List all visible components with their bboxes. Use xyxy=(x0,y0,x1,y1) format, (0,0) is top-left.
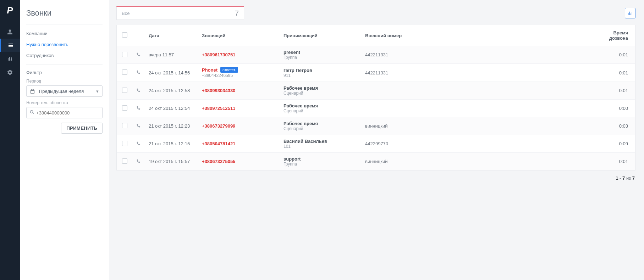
external-number xyxy=(362,100,440,117)
chevron-down-icon: ▾ xyxy=(96,89,99,94)
period-select[interactable]: Предыдущая неделя ▾ xyxy=(26,85,103,97)
caller-number[interactable]: +380961730751 xyxy=(202,52,235,57)
th-date: Дата xyxy=(145,25,198,46)
receiver-name: Рабочее время xyxy=(284,103,358,108)
cell-date: 19 окт 2015 г. 15:57 xyxy=(145,153,198,170)
external-number: 442211331 xyxy=(362,46,440,64)
phone-icon xyxy=(136,88,141,93)
th-duration: Время дозвона xyxy=(596,25,635,46)
duration: 0:01 xyxy=(596,82,635,100)
caller-name[interactable]: Phonet xyxy=(202,67,218,73)
receiver-name: Рабочее время xyxy=(284,85,358,91)
phone-input[interactable] xyxy=(36,110,99,116)
th-caller: Звонящий xyxy=(198,25,280,46)
sidebar-link-callback[interactable]: Нужно перезвонить xyxy=(26,39,103,50)
phone-icon xyxy=(136,105,141,111)
period-label: Период xyxy=(26,79,103,84)
nav-rail: P xyxy=(0,0,20,280)
row-checkbox[interactable] xyxy=(122,141,127,146)
page-title: Звонки xyxy=(26,9,103,18)
phone-label: Номер тел. абонента xyxy=(26,100,103,105)
apply-button[interactable]: ПРИМЕНИТЬ xyxy=(61,123,103,134)
receiver-sub: 101 xyxy=(284,144,358,149)
cell-date: 24 окт 2015 г. 14:56 xyxy=(145,64,198,82)
caller-number[interactable]: +380673275055 xyxy=(202,159,235,164)
nav-user-icon[interactable] xyxy=(0,25,20,39)
period-value: Предыдущая неделя xyxy=(39,89,84,94)
table-row: 21 окт 2015 г. 12:15+380504781421Василий… xyxy=(117,135,635,153)
duration: 0:00 xyxy=(596,100,635,117)
stats-button[interactable] xyxy=(625,8,635,18)
main-area: Все 7 Дата Звонящий Принимающий Внешний … xyxy=(109,0,644,280)
caller-sub: +380442246595 xyxy=(202,73,276,78)
table-row: 24 окт 2015 г. 14:56Phonetответст.+38044… xyxy=(117,64,635,82)
external-number: винницкий xyxy=(362,117,440,135)
caller-number[interactable]: +380673279099 xyxy=(202,123,235,129)
calendar-icon xyxy=(30,89,35,94)
sidebar-link-companies[interactable]: Компании xyxy=(26,28,103,39)
caller-number[interactable]: +380993034330 xyxy=(202,88,235,93)
external-number xyxy=(362,82,440,100)
receiver-name: support xyxy=(284,156,358,162)
topbar: Все 7 xyxy=(109,0,644,25)
receiver-name: Петр Петров xyxy=(284,68,358,73)
duration: 0:03 xyxy=(596,117,635,135)
phone-icon xyxy=(136,141,141,146)
row-checkbox[interactable] xyxy=(122,88,127,93)
pagination: 1 - 7 из 7 xyxy=(109,170,644,186)
nav-settings-icon[interactable] xyxy=(0,66,20,79)
th-external: Внешний номер xyxy=(362,25,440,46)
receiver-sub: Сценарий xyxy=(284,91,358,96)
nav-list-icon[interactable] xyxy=(0,39,20,52)
tab-label: Все xyxy=(122,11,130,16)
table-row: 24 окт 2015 г. 12:54+380972512511Рабочее… xyxy=(117,100,635,117)
cell-date: 21 окт 2015 г. 12:15 xyxy=(145,135,198,153)
th-receiver: Принимающий xyxy=(280,25,362,46)
cell-date: 24 окт 2015 г. 12:54 xyxy=(145,100,198,117)
external-number: 442299770 xyxy=(362,135,440,153)
table-row: 24 окт 2015 г. 12:58+380993034330Рабочее… xyxy=(117,82,635,100)
responsible-tag: ответст. xyxy=(220,67,238,73)
receiver-name: Василий Васильев xyxy=(284,139,358,144)
caller-number[interactable]: +380972512511 xyxy=(202,106,235,111)
receiver-sub: Группа xyxy=(284,55,358,60)
duration: 0:01 xyxy=(596,64,635,82)
external-number: винницкий xyxy=(362,153,440,170)
tab-count: 7 xyxy=(235,9,239,17)
table-row: вчера 11:57+380961730751presentГруппа442… xyxy=(117,46,635,64)
phone-icon xyxy=(136,69,141,75)
table-row: 21 окт 2015 г. 12:23+380673279099Рабочее… xyxy=(117,117,635,135)
external-number: 442211331 xyxy=(362,64,440,82)
row-checkbox[interactable] xyxy=(122,69,127,75)
cell-date: вчера 11:57 xyxy=(145,46,198,64)
filter-sidebar: Звонки Компании Нужно перезвонить Сотруд… xyxy=(20,0,109,280)
phone-icon xyxy=(136,52,141,57)
duration: 0:01 xyxy=(596,46,635,64)
filter-heading: Фильтр xyxy=(26,70,103,75)
receiver-sub: Сценарий xyxy=(284,126,358,131)
select-all-checkbox[interactable] xyxy=(122,32,127,38)
table-row: 19 окт 2015 г. 15:57+380673275055support… xyxy=(117,153,635,170)
sidebar-link-employees[interactable]: Сотрудников xyxy=(26,50,103,61)
receiver-name: Рабочее время xyxy=(284,121,358,126)
app-logo: P xyxy=(7,5,13,16)
duration: 0:01 xyxy=(596,153,635,170)
nav-stats-icon[interactable] xyxy=(0,52,20,66)
row-checkbox[interactable] xyxy=(122,158,127,164)
duration: 0:09 xyxy=(596,135,635,153)
cell-date: 24 окт 2015 г. 12:58 xyxy=(145,82,198,100)
caller-number[interactable]: +380504781421 xyxy=(202,141,235,146)
row-checkbox[interactable] xyxy=(122,52,127,57)
receiver-sub: Сценарий xyxy=(284,108,358,113)
calls-table: Дата Звонящий Принимающий Внешний номер … xyxy=(116,25,635,170)
phone-icon xyxy=(136,158,141,164)
receiver-sub: Группа xyxy=(284,162,358,167)
phone-input-wrap xyxy=(26,107,103,118)
row-checkbox[interactable] xyxy=(122,123,127,128)
tab-all[interactable]: Все 7 xyxy=(116,6,244,20)
phone-icon xyxy=(136,123,141,128)
search-icon xyxy=(29,110,34,116)
receiver-sub: 911 xyxy=(284,73,358,78)
cell-date: 21 окт 2015 г. 12:23 xyxy=(145,117,198,135)
row-checkbox[interactable] xyxy=(122,105,127,111)
